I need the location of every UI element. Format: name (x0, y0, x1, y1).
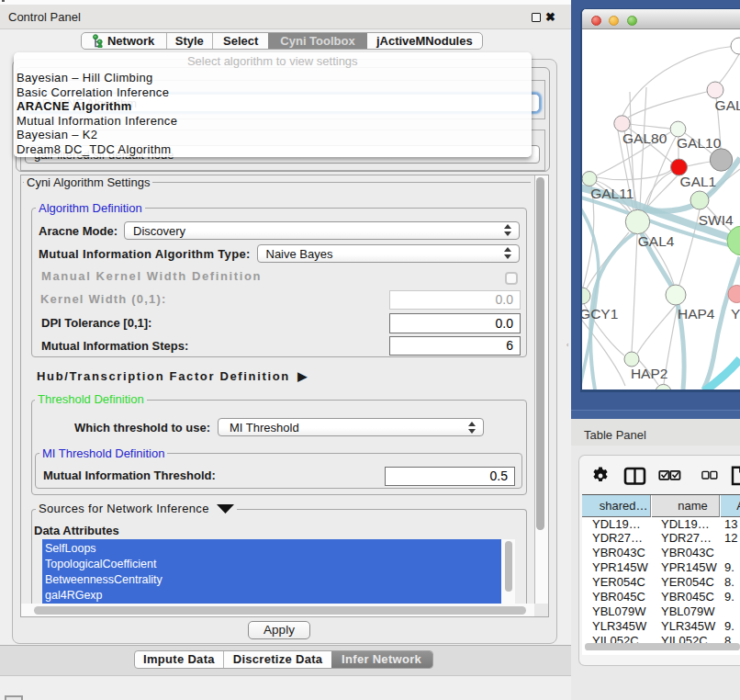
svg-text:HAP4: HAP4 (678, 306, 715, 322)
svg-text:GAL1: GAL1 (680, 174, 717, 189)
svg-text:SWI4: SWI4 (699, 212, 734, 228)
svg-text:HAP2: HAP2 (631, 366, 668, 381)
svg-text:GCY1: GCY1 (582, 306, 618, 322)
svg-text:GAL11: GAL11 (590, 186, 633, 201)
svg-text:GAL7: GAL7 (715, 97, 740, 113)
svg-text:Y: Y (731, 306, 740, 322)
svg-text:GAL80: GAL80 (622, 130, 667, 146)
svg-text:GAL10: GAL10 (677, 135, 722, 151)
svg-text:GAL4: GAL4 (638, 233, 675, 249)
